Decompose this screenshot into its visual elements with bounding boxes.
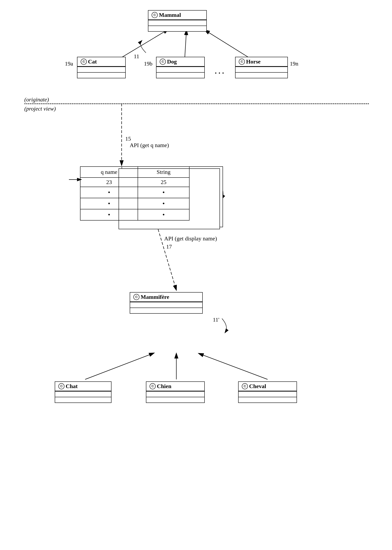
cat-box: © Cat (77, 57, 126, 78)
col-qname-header: q name (80, 167, 138, 178)
dot-row3-col2: • (138, 209, 189, 220)
chien-row1 (146, 391, 204, 397)
dog-copyright: © (160, 59, 166, 65)
horse-label: Horse (246, 58, 261, 65)
chat-copyright: © (58, 383, 64, 389)
mammal-rows (148, 20, 206, 31)
cheval-box: © Cheval (238, 381, 297, 403)
label-api-display: API (get display name) (164, 235, 217, 242)
mammifere-label: Mammifère (141, 294, 169, 300)
label-11: 11 (134, 53, 139, 60)
mammal-box: © Mammal (148, 10, 207, 32)
dog-row2 (156, 72, 204, 78)
cheval-rows (238, 391, 296, 402)
label-originate: (originate) (24, 96, 49, 103)
svg-line-8 (199, 353, 267, 379)
col-ref23: 23 (80, 178, 138, 187)
label-19a: 19a (65, 60, 73, 67)
dog-label: Dog (167, 58, 177, 65)
chat-label: Chat (66, 383, 78, 390)
label-19b: 19b (144, 60, 152, 67)
mammifere-rows (130, 302, 202, 313)
dot-row2-col1: • (80, 198, 138, 209)
dot-row1-col1: • (80, 187, 138, 198)
cheval-row2 (238, 397, 296, 402)
dot-row1-col2: • (138, 187, 189, 198)
cheval-copyright: © (242, 383, 248, 389)
cheval-label: Cheval (249, 383, 266, 390)
horse-copyright: © (239, 59, 245, 65)
arrows-overlay (0, 0, 392, 550)
dashed-separator (24, 103, 369, 104)
data-table: q name String 23 25 • (80, 166, 189, 221)
chien-copyright: © (150, 383, 156, 389)
dog-row1 (156, 66, 204, 72)
cat-rows (77, 66, 125, 78)
dot-row3-col1: • (80, 209, 138, 220)
label-19n: 19n (290, 60, 298, 67)
dog-box: © Dog (156, 57, 205, 78)
ellipsis: . . . (215, 67, 224, 75)
diagram-container: © Mammal 11 © Cat 19a © Dog 19b (0, 0, 392, 550)
col-string-header: String (138, 167, 189, 178)
chat-row1 (55, 391, 111, 397)
horse-row1 (236, 66, 287, 72)
mammal-row2 (148, 26, 206, 31)
mammal-row1 (148, 20, 206, 26)
chien-box: © Chien (146, 381, 205, 403)
cat-copyright: © (81, 59, 87, 65)
mammal-header: © Mammal (148, 11, 206, 20)
horse-box: © Horse (235, 57, 288, 78)
chien-header: © Chien (146, 382, 204, 391)
table-inner: q name String 23 25 • (80, 166, 189, 221)
chat-row2 (55, 397, 111, 402)
horse-header: © Horse (236, 57, 287, 66)
table-arrow (69, 177, 83, 183)
svg-line-6 (85, 353, 154, 379)
cat-header: © Cat (77, 57, 125, 66)
dog-rows (156, 66, 204, 78)
chat-box: © Chat (55, 381, 112, 403)
mammifere-header: © Mammifère (130, 293, 202, 302)
mammifere-copyright: © (133, 294, 140, 300)
chat-rows (55, 391, 111, 402)
label-17: 17 (166, 243, 172, 250)
cat-row2 (77, 72, 125, 78)
label-15: 15 (125, 136, 131, 142)
label-api-get-q: API (get q name) (130, 142, 169, 149)
mammifere-row2 (130, 307, 202, 313)
chat-header: © Chat (55, 382, 111, 391)
mammal-copyright: © (152, 12, 158, 18)
chien-row2 (146, 397, 204, 402)
cheval-row1 (238, 391, 296, 397)
chien-rows (146, 391, 204, 402)
cat-row1 (77, 66, 125, 72)
cat-label: Cat (88, 58, 97, 65)
label-project-view: (project view) (24, 106, 56, 112)
col-ref25: 25 (138, 178, 189, 187)
mammifere-box: © Mammifère (130, 292, 203, 314)
mammal-label: Mammal (159, 12, 181, 18)
dog-header: © Dog (156, 57, 204, 66)
horse-rows (236, 66, 287, 78)
label-11prime: 11' (213, 316, 219, 323)
dot-row2-col2: • (138, 198, 189, 209)
cheval-header: © Cheval (238, 382, 296, 391)
mammifere-row1 (130, 302, 202, 307)
horse-row2 (236, 72, 287, 78)
chien-label: Chien (157, 383, 171, 390)
